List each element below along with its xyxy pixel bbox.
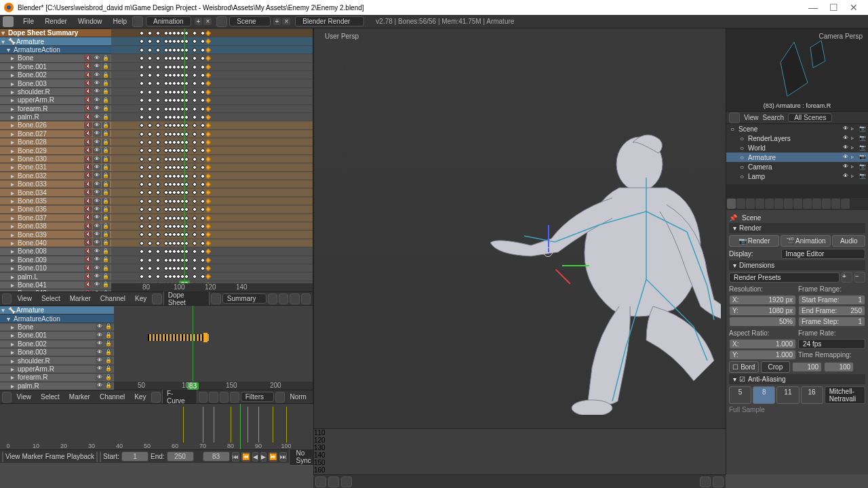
summary-toggle[interactable]: Summary [222, 293, 267, 304]
ds-bone-row[interactable]: ▸Bone.041🔇👁🔒 [0, 281, 111, 289]
ds-action-row[interactable]: ▾ArmatureAction [0, 45, 111, 54]
scene-icon[interactable] [216, 16, 227, 27]
frame-step-prop[interactable]: Frame Step:1 [798, 317, 865, 327]
ge-menu-key[interactable]: Key [130, 393, 150, 401]
minimize-button[interactable]: — [803, 2, 823, 13]
ds-bone-row[interactable]: ▸Bone.035🔇👁🔒 [0, 197, 111, 205]
ds-bone-row[interactable]: ▸Bone.031🔇👁🔒 [0, 163, 111, 171]
outliner-item[interactable]: ○World👁▹📷 [726, 143, 868, 152]
end-frame-field[interactable]: 250 [167, 451, 194, 462]
ds-filter2[interactable] [279, 293, 288, 304]
ge-mode-icon[interactable] [151, 392, 161, 403]
ds-armature-row[interactable]: ▾🦴Armature [0, 37, 111, 45]
preset-add[interactable]: + [842, 272, 852, 283]
preset-remove[interactable]: − [854, 272, 865, 283]
close-button[interactable]: ✕ [844, 2, 864, 13]
ge-menu-marker[interactable]: Marker [65, 393, 94, 401]
menu-file[interactable]: File [18, 18, 39, 25]
props-tab-bone[interactable] [803, 199, 812, 209]
ds-bone-row[interactable]: ▸Bone.036🔇👁🔒 [0, 205, 111, 213]
ge-norm-icon[interactable] [275, 392, 285, 403]
layout-remove[interactable]: × [203, 18, 212, 25]
props-tab-material[interactable] [812, 199, 821, 209]
ds-bone-row[interactable]: ▸Bone.026🔇👁🔒 [0, 121, 111, 129]
ds-filter4[interactable] [301, 293, 311, 304]
blender-logo-icon[interactable] [3, 16, 14, 27]
secondary-viewport[interactable]: Camera Persp (83) Armature : foream.R [726, 28, 868, 111]
outliner-item[interactable]: ○Camera👁▹📷 [726, 162, 868, 171]
border-toggle[interactable]: ☐ Bord [729, 361, 759, 373]
pin-icon[interactable]: 📌 [729, 214, 737, 222]
tl-menu-playback[interactable]: Playback [67, 453, 95, 460]
layout-add[interactable]: + [195, 18, 203, 25]
ds-bone-row[interactable]: ▸Bone.003🔇👁🔒 [0, 79, 111, 87]
ds-menu-key[interactable]: Key [131, 295, 151, 302]
res-y-field[interactable]: Y:1080 px [729, 306, 796, 316]
props-tab-render[interactable] [727, 199, 736, 209]
ds-bone-row[interactable]: ▸Bone.040🔇👁🔒 [0, 239, 111, 247]
ds-bone-row[interactable]: ▸Bone.034🔇👁🔒 [0, 188, 111, 196]
ge-menu-channel[interactable]: Channel [96, 393, 129, 401]
render-button[interactable]: 📷Render [729, 235, 779, 247]
outliner-item[interactable]: ○Armature👁▹📷 [726, 152, 868, 162]
scene-select[interactable]: Scene [229, 16, 270, 26]
render-presets-select[interactable]: Render Presets [729, 272, 840, 283]
menu-window[interactable]: Window [73, 18, 108, 25]
outliner-icon[interactable] [729, 113, 740, 123]
display-mode-select[interactable]: Image Editor [781, 249, 865, 259]
props-tab-texture[interactable] [822, 199, 831, 209]
timeline-canvas[interactable]: 0102030405060708090100 [0, 403, 313, 449]
render-panel-header[interactable]: ▾Render [729, 223, 865, 233]
res-x-field[interactable]: X:1920 px [729, 295, 796, 305]
ds-bone-row[interactable]: ▸Bone🔇👁🔒 [0, 54, 111, 62]
render-audio-button[interactable]: Audio [832, 235, 865, 247]
ge-menu-select[interactable]: Select [37, 393, 64, 401]
record-icon[interactable] [100, 451, 101, 462]
ds-filter3[interactable] [290, 293, 299, 304]
ds-bone-row[interactable]: ▸palm.R🔇👁🔒 [0, 113, 111, 121]
keyframe-prev-button[interactable]: ⏪ [241, 452, 250, 462]
outliner-scope-select[interactable]: All Scenes [788, 113, 832, 122]
ds-bone-row[interactable]: ▸Bone.008🔇👁🔒 [0, 247, 111, 255]
jump-start-button[interactable]: ⏮ [232, 452, 239, 462]
out-menu-search[interactable]: Search [763, 114, 785, 121]
ds-summary-row[interactable]: ▾Dope Sheet Summary [0, 28, 111, 37]
scene-remove[interactable]: × [282, 18, 290, 25]
ds-menu-marker[interactable]: Marker [66, 295, 95, 302]
dopesheet-keyframe-area[interactable]: 83 80100120140 [111, 28, 313, 291]
props-tab-modifiers[interactable] [784, 199, 793, 209]
current-frame-field[interactable]: 83 [203, 451, 230, 462]
ds-bone-row[interactable]: ▸upperArm.R🔇👁🔒 [0, 96, 111, 104]
ds-filter1[interactable] [268, 293, 277, 304]
screen-layout-select[interactable]: Animation [146, 16, 191, 26]
end-frame-prop[interactable]: End Frame:250 [798, 306, 865, 316]
ds-action-link[interactable] [211, 293, 220, 304]
antialiasing-panel-header[interactable]: ▾☑Anti-Aliasing [729, 374, 865, 384]
tl-key-icon[interactable] [315, 476, 326, 487]
ds-bone-row[interactable]: ▸Bone.033🔇👁🔒 [0, 180, 111, 188]
graph-playhead[interactable] [193, 306, 193, 390]
ge-filters[interactable]: Filters [241, 392, 274, 402]
aa-11[interactable]: 11 [776, 386, 799, 404]
menu-help[interactable]: Help [108, 18, 133, 25]
3d-viewport[interactable]: User Persp [314, 28, 726, 461]
character-mesh[interactable] [436, 123, 721, 415]
crop-toggle[interactable]: Crop [761, 361, 791, 373]
tl-extra5[interactable] [713, 476, 724, 487]
res-pct-field[interactable]: 50% [729, 317, 796, 327]
props-tab-layers[interactable] [736, 199, 745, 209]
start-frame-prop[interactable]: Start Frame:1 [798, 295, 865, 305]
menu-render[interactable]: Render [39, 18, 73, 25]
fcurve-handle[interactable] [203, 333, 208, 342]
ge-menu-view[interactable]: View [13, 393, 36, 401]
graph-channel-list[interactable]: ▾🦴Armature ▾ArmatureAction ▸Bone👁🔒▸Bone.… [0, 306, 114, 390]
auto-key-icon[interactable] [96, 451, 98, 462]
render-engine-select[interactable]: Blender Render [295, 16, 364, 26]
ds-bone-row[interactable]: ▸Bone.029🔇👁🔒 [0, 146, 111, 154]
scene-add[interactable]: + [273, 18, 281, 25]
out-menu-view[interactable]: View [744, 114, 759, 121]
aa-16[interactable]: 16 [801, 386, 823, 404]
screen-layout-icon[interactable] [132, 16, 143, 27]
start-frame-field[interactable]: 1 [121, 451, 149, 462]
aa-5[interactable]: 5 [729, 386, 751, 404]
